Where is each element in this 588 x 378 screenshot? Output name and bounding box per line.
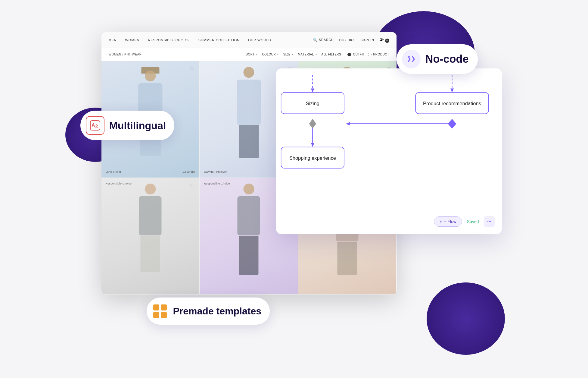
filter-controls: SORT COLOUR SIZE MATERIAL ALL FILTERS OU… [246,53,389,56]
templates-label: Premade templates [173,306,261,317]
svg-line-19 [412,59,414,61]
wishlist-icon-1[interactable]: ♡ [188,65,195,72]
grid-cell-3 [153,312,159,318]
nav-summer[interactable]: SUMMER COLLECTION [198,38,240,42]
scene: MEN WOMEN RESPONSIBLE CHOICE SUMMER COLL… [83,23,505,355]
cart-icon[interactable]: 🛍0 [380,37,389,43]
wave-icon: 〜 [487,219,492,225]
svg-marker-1 [311,89,314,93]
plus-icon: + [440,219,442,224]
templates-badge: Premade templates [147,298,270,325]
breadcrumb: WOMEN / KNITWEAR [109,53,142,56]
sign-in-link[interactable]: SIGN IN [360,38,374,42]
svg-marker-8 [309,119,316,128]
svg-text:Shopping experience: Shopping experience [289,155,336,161]
material-filter[interactable]: MATERIAL [298,53,317,56]
model-figure-4 [123,184,177,286]
svg-text:Sizing: Sizing [306,101,319,106]
filter-bar: WOMEN / KNITWEAR SORT COLOUR SIZE MATERI… [101,48,397,61]
flow-bottom-bar: + + Flow Saved 〜 [434,216,495,227]
all-filters[interactable]: ALL FILTERS [321,53,343,56]
svg-marker-9 [448,119,456,128]
nocode-icon [402,50,421,68]
cart-badge: 0 [385,39,389,43]
outfit-view[interactable]: OUTFIT [347,53,365,56]
flow-card: Sizing Product recommendations Shopping … [276,68,502,234]
grid-cell-4 [161,312,167,318]
product-label-2: Gwynn A Pullover [204,170,227,173]
svg-rect-14 [281,147,344,169]
nocode-badge: No-code [397,44,478,74]
multilingual-label: Multilingual [109,120,166,131]
nav-men[interactable]: MEN [109,38,117,42]
nav-links: MEN WOMEN RESPONSIBLE CHOICE SUMMER COLL… [109,38,271,42]
background-blob-2 [427,282,505,355]
product-cell-4[interactable]: ♡ Responsible Choice [101,178,200,295]
colour-filter[interactable]: COLOUR [262,53,279,56]
product-price-1: 1,600 dkk [182,170,195,173]
browser-nav: MEN WOMEN RESPONSIBLE CHOICE SUMMER COLL… [101,32,397,48]
wishlist-icon-4[interactable]: ♡ [188,182,195,189]
model-figure-5 [222,184,275,286]
responsible-tag-1: Responsible Choice [106,182,132,185]
svg-text:Product recommendations: Product recommendations [423,101,481,106]
flow-diagram-svg: Sizing Product recommendations Shopping … [276,68,502,234]
multilingual-badge: A 文 Multilingual [80,111,175,140]
product-view[interactable]: PRODUCT [368,53,389,56]
grid-cell-1 [153,304,159,310]
templates-icon [152,303,168,319]
grid-cell-2 [161,304,167,310]
size-filter[interactable]: SIZE [283,53,294,56]
svg-rect-4 [281,93,344,114]
svg-rect-6 [415,93,489,114]
svg-marker-3 [450,89,454,93]
model-figure-2 [222,67,275,169]
nav-women[interactable]: WOMEN [125,38,140,42]
view-toggle: OUTFIT PRODUCT [347,53,389,56]
add-flow-button[interactable]: + + Flow [434,216,462,227]
multilingual-icon: A 文 [86,116,104,135]
wave-button[interactable]: 〜 [484,216,495,227]
svg-marker-13 [346,122,350,125]
sort-filter[interactable]: SORT [246,53,258,56]
product-label-1: Lune T-shirt [106,170,121,173]
search-link[interactable]: 🔍 SEARCH [313,38,334,42]
nav-responsible[interactable]: RESPONSIBLE CHOICE [148,38,190,42]
nocode-label: No-code [425,53,469,65]
nav-right: 🔍 SEARCH DK / DKK SIGN IN 🛍0 [313,37,389,43]
responsible-tag-2: Responsible Choice [204,182,230,185]
flow-label: + Flow [444,219,456,224]
saved-status: Saved [467,219,479,224]
svg-text:文: 文 [95,124,99,128]
nav-world[interactable]: OUR WORLD [248,38,271,42]
svg-marker-11 [311,143,314,147]
language-link[interactable]: DK / DKK [339,38,355,42]
